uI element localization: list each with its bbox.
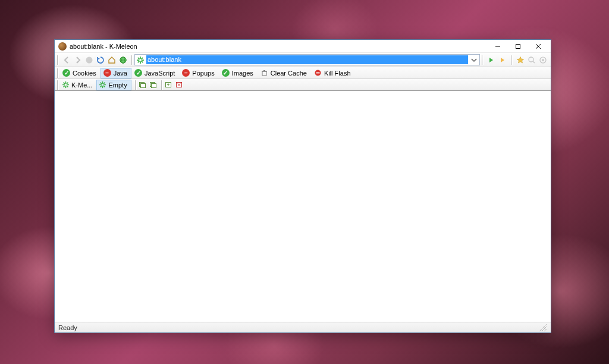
titlebar[interactable]: about:blank - K-Meleon <box>55 40 551 53</box>
privacy-label: JavaScript <box>145 70 175 77</box>
check-icon: ✓ <box>222 69 230 77</box>
block-icon: − <box>103 69 111 77</box>
tab-bar: K-Me... Empty <box>55 79 551 91</box>
privacy-label: Images <box>232 70 253 77</box>
home-button[interactable] <box>106 55 117 65</box>
svg-line-9 <box>142 58 143 59</box>
svg-rect-20 <box>262 71 266 76</box>
zoom-button[interactable] <box>526 55 537 65</box>
svg-line-15 <box>138 58 139 59</box>
svg-point-19 <box>542 59 544 61</box>
tab-label: K-Me... <box>71 81 92 89</box>
status-text: Ready <box>58 324 77 331</box>
new-tab-icon[interactable] <box>164 80 174 90</box>
toolbar-grip[interactable] <box>135 80 137 90</box>
svg-line-53 <box>544 329 547 331</box>
tab-kmeleon[interactable]: K-Me... <box>59 80 96 90</box>
page-content[interactable] <box>55 91 551 322</box>
svg-line-32 <box>64 83 65 84</box>
kill-flash-icon <box>314 69 322 77</box>
throbber-icon <box>62 81 70 89</box>
status-bar: Ready <box>55 322 551 332</box>
svg-line-52 <box>542 327 547 331</box>
address-bar[interactable]: about:blank <box>134 54 480 65</box>
main-toolbar: about:blank <box>55 53 551 67</box>
svg-point-16 <box>529 57 533 62</box>
url-dropdown-icon[interactable] <box>470 56 478 64</box>
privacy-label: Java <box>114 70 127 77</box>
svg-line-26 <box>67 83 68 84</box>
privacy-kill-flash[interactable]: Kill Flash <box>311 68 355 79</box>
svg-line-11 <box>142 61 143 62</box>
window-prev-icon[interactable] <box>138 80 147 90</box>
resize-grip-icon[interactable] <box>538 324 547 332</box>
block-icon: − <box>182 69 190 77</box>
close-button[interactable] <box>528 40 548 52</box>
trash-icon <box>260 69 268 77</box>
back-button[interactable] <box>61 55 72 65</box>
browser-window: about:blank - K-Meleon <box>54 39 551 333</box>
svg-line-30 <box>64 86 65 87</box>
svg-line-38 <box>101 86 102 87</box>
privacy-label: Kill Flash <box>324 70 351 77</box>
privacy-label: Popups <box>192 70 214 77</box>
forward-button[interactable] <box>73 55 83 65</box>
url-input[interactable]: about:blank <box>146 55 468 64</box>
toolbar-grip[interactable] <box>131 55 133 65</box>
tab-label: Empty <box>108 81 127 89</box>
svg-point-4 <box>86 57 93 63</box>
svg-line-36 <box>104 86 105 87</box>
svg-line-28 <box>67 86 68 87</box>
minimize-button[interactable] <box>488 40 508 52</box>
svg-line-34 <box>104 83 105 84</box>
app-icon <box>58 42 67 51</box>
privacy-label: Cookies <box>73 70 96 77</box>
window-controls <box>488 40 548 52</box>
svg-line-13 <box>138 61 139 62</box>
stop-button[interactable] <box>84 55 95 65</box>
toolbar-grip[interactable] <box>482 55 484 65</box>
favorites-button[interactable] <box>515 55 526 65</box>
svg-rect-42 <box>141 84 146 88</box>
toolbar-grip[interactable] <box>57 55 59 65</box>
privacy-clear-cache[interactable]: Clear Cache <box>258 68 311 79</box>
go-button[interactable] <box>486 55 497 65</box>
window-title: about:blank - K-Meleon <box>70 43 137 50</box>
svg-line-40 <box>101 83 102 84</box>
settings-button[interactable] <box>538 55 548 65</box>
throbber-icon <box>136 56 145 64</box>
throbber-icon <box>99 81 106 89</box>
globe-button[interactable] <box>118 55 128 65</box>
tab-empty[interactable]: Empty <box>96 80 131 90</box>
check-icon: ✓ <box>134 69 142 77</box>
check-icon: ✓ <box>62 69 70 77</box>
svg-rect-44 <box>152 84 156 88</box>
privacy-popups[interactable]: − Popups <box>179 68 218 79</box>
close-tab-icon[interactable] <box>175 80 184 90</box>
privacy-label: Clear Cache <box>271 70 307 77</box>
privacy-cookies[interactable]: ✓ Cookies <box>59 68 101 79</box>
reload-button[interactable] <box>95 55 106 65</box>
toolbar-grip[interactable] <box>511 55 513 65</box>
toolbar-grip[interactable] <box>57 68 59 78</box>
privacy-toolbar: ✓ Cookies − Java ✓ JavaScript − Popups ✓… <box>55 67 551 79</box>
toolbar-grip[interactable] <box>161 80 163 90</box>
toolbar-grip[interactable] <box>57 80 59 90</box>
go-new-button[interactable] <box>497 55 508 65</box>
privacy-images[interactable]: ✓ Images <box>219 68 258 79</box>
svg-rect-1 <box>516 44 520 48</box>
privacy-javascript[interactable]: ✓ JavaScript <box>131 68 179 79</box>
window-next-icon[interactable] <box>149 80 158 90</box>
privacy-java[interactable]: − Java <box>101 68 131 79</box>
maximize-button[interactable] <box>508 40 528 52</box>
svg-line-17 <box>533 61 535 63</box>
